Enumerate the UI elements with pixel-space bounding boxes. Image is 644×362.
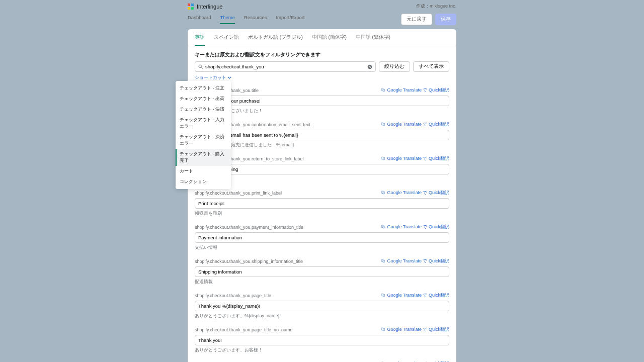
svg-point-4 [199,64,202,67]
entry-value-input[interactable] [195,335,449,345]
entry-key: shopify.checkout.thank_you.print_link_la… [195,191,282,196]
google-translate-link[interactable]: 文 Google Translate で Quick翻訳 [381,155,449,162]
translate-link-label: Google Translate で Quick翻訳 [387,87,449,94]
nav-tabs: Dashboard Theme Resources Import/Export [188,15,305,24]
nav-tab-theme[interactable]: Theme [220,15,235,24]
search-icon [198,64,203,69]
entry-translation: 買い物を続ける [195,176,449,183]
logo-area: Interlingue [188,4,222,10]
google-translate-link[interactable]: 文 Google Translate で Quick翻訳 [381,292,449,299]
google-translate-link[interactable]: 文 Google Translate で Quick翻訳 [381,87,449,94]
translate-link-label: Google Translate で Quick翻訳 [387,121,449,128]
svg-text:文: 文 [382,328,384,330]
dropdown-item-checkout-input-error[interactable]: チェックアウト - 入力エラー [176,115,231,132]
entry-value-input[interactable] [195,198,449,209]
shortcut-label: ショートカット [195,74,226,81]
save-button[interactable]: 保存 [435,14,456,25]
svg-text:文: 文 [382,294,384,296]
dropdown-item-checkout-payment[interactable]: チェックアウト - 決済 [176,104,231,115]
translate-icon: 文 [381,191,385,195]
entry-translation: 領収書を印刷 [195,210,449,217]
entry-head: shopify.checkout.thank_you.title 文 Googl… [195,87,449,94]
app-name: Interlingue [197,4,222,10]
entry-value-input[interactable] [195,301,449,311]
shortcut-link[interactable]: ショートカット [195,74,231,81]
entry-key: shopify.checkout.thank_you.shipping_info… [195,259,303,264]
lang-tab-pt[interactable]: ポルトガル語 (ブラジル) [248,34,303,46]
entry-value-input[interactable] [195,164,449,174]
dropdown-item-checkout-payment-error[interactable]: チェックアウト - 決済エラー [176,132,231,149]
svg-rect-0 [188,4,190,6]
chevron-down-icon [227,76,231,80]
translate-link-label: Google Translate で Quick翻訳 [387,190,449,196]
entry-key: shopify.checkout.thank_you.page_title [195,293,271,298]
translate-link-label: Google Translate で Quick翻訳 [387,292,449,299]
svg-text:文: 文 [382,226,384,228]
creator-label: 作成：mixlogue Inc. [416,3,456,10]
svg-line-5 [201,67,203,69]
entry-translation: 確認メールを次の宛先に送信しました：%{email} [195,142,449,148]
lang-tab-es[interactable]: スペイン語 [214,34,239,46]
header: Interlingue 作成：mixlogue Inc. [188,0,456,12]
entry-head: shopify.checkout.thank_you.return_to_sto… [195,155,449,162]
translate-link-label: Google Translate で Quick翻訳 [387,258,449,264]
google-translate-link[interactable]: 文 Google Translate で Quick翻訳 [381,121,449,128]
entry-value-input[interactable] [195,232,449,243]
entry-translation: 支払い情報 [195,244,449,251]
entry-head: shopify.checkout.thank_you.print_link_la… [195,190,449,196]
translation-entry: shopify.checkout.thank_you.confirmation_… [195,121,449,148]
entry-head: shopify.checkout.thank_you.page_title_no… [195,326,449,333]
app-logo-icon [188,4,194,10]
entry-translation: ありがとうございます、%{display_name}! [195,313,449,319]
svg-text:文: 文 [382,89,384,91]
filter-button[interactable]: 絞り込む [379,61,410,72]
entry-value-input[interactable] [195,96,449,106]
translation-entry: shopify.checkout.thank_you.payment_infor… [195,224,449,251]
search-input[interactable] [203,64,367,69]
nav-tab-dashboard[interactable]: Dashboard [188,15,211,24]
lang-tab-zh-cn[interactable]: 中国語 (簡体字) [312,34,347,46]
google-translate-link[interactable]: 文 Google Translate で Quick翻訳 [381,224,449,230]
lang-tab-en[interactable]: 英語 [195,34,205,46]
entry-key: shopify.checkout.thank_you.payment_infor… [195,225,303,230]
google-translate-link[interactable]: 文 Google Translate で Quick翻訳 [381,190,449,196]
nav-tab-resources[interactable]: Resources [244,15,267,24]
entry-value-input[interactable] [195,130,449,140]
translation-entry: shopify.checkout.thank_you.print_link_la… [195,190,449,217]
lang-tab-zh-tw[interactable]: 中国語 (繁体字) [356,34,390,46]
search-box [195,61,376,72]
clear-icon[interactable] [367,64,372,69]
translate-icon: 文 [381,156,385,161]
entry-value-input[interactable] [195,266,449,277]
shortcut-dropdown: チェックアウト - 注文 チェックアウト - 出荷 チェックアウト - 決済 チ… [176,81,231,189]
entry-translation: ご購入ありがとうございました！ [195,108,449,114]
entry-head: shopify.checkout.thank_you.confirmation_… [195,121,449,128]
show-all-button[interactable]: すべて表示 [413,61,449,72]
translate-link-label: Google Translate で Quick翻訳 [387,155,449,162]
nav-row: Dashboard Theme Resources Import/Export … [188,12,456,29]
dropdown-item-checkout-complete[interactable]: チェックアウト - 購入完了 [176,149,231,166]
translate-icon: 文 [381,293,385,298]
svg-text:文: 文 [382,123,384,125]
svg-rect-2 [188,7,190,10]
translate-link-label: Google Translate で Quick翻訳 [387,224,449,230]
dropdown-item-checkout-shipping[interactable]: チェックアウト - 出荷 [176,94,231,104]
dropdown-item-collection[interactable]: コレクション [176,176,231,187]
dropdown-item-cart[interactable]: カート [176,166,231,176]
entry-translation: 配送情報 [195,279,449,285]
google-translate-link[interactable]: 文 Google Translate で Quick翻訳 [381,258,449,264]
translate-icon: 文 [381,122,385,127]
translation-entry: shopify.checkout.thank_you.return_to_sto… [195,155,449,183]
revert-button[interactable]: 元に戻す [401,14,432,25]
svg-rect-3 [191,7,194,10]
svg-rect-1 [191,4,194,6]
nav-tab-import-export[interactable]: Import/Export [276,15,304,24]
entry-key: shopify.checkout.thank_you.page_title_no… [195,327,292,332]
svg-text:文: 文 [382,192,384,194]
translate-icon: 文 [381,327,385,332]
google-translate-link[interactable]: 文 Google Translate で Quick翻訳 [381,326,449,333]
dropdown-item-checkout-order[interactable]: チェックアウト - 注文 [176,83,231,94]
translation-entry: shopify.checkout.thank_you.shipping_info… [195,258,449,285]
entry-head: shopify.checkout.thank_you.shipping_info… [195,258,449,264]
entry-head: shopify.checkout.thank_you.payment_infor… [195,224,449,230]
